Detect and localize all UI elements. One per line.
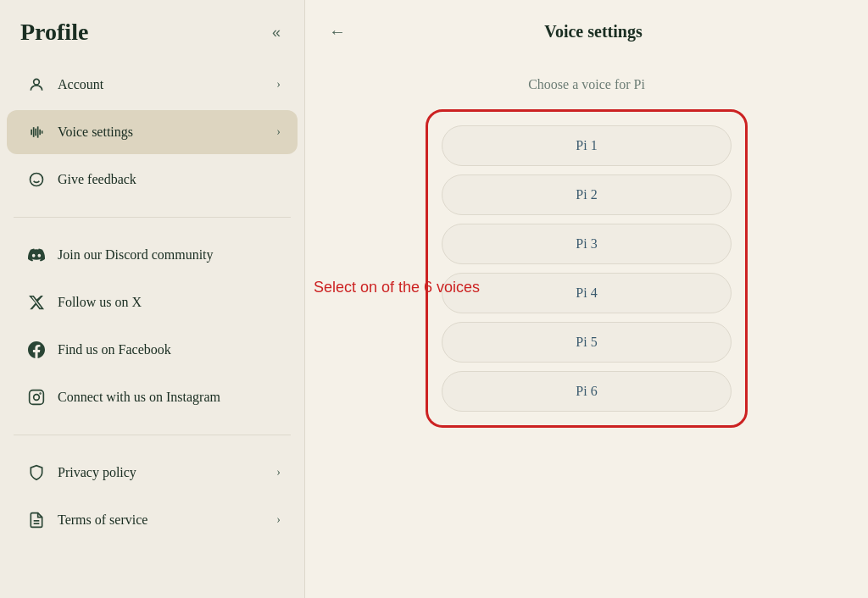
- sidebar-header: Profile «: [0, 0, 304, 61]
- sidebar-facebook-label: Find us on Facebook: [58, 342, 281, 357]
- svg-point-12: [34, 395, 40, 401]
- sidebar-item-privacy[interactable]: Privacy policy ›: [7, 451, 298, 495]
- main-title: Voice settings: [370, 22, 834, 42]
- svg-point-8: [31, 174, 43, 186]
- main-content: ← Voice settings Choose a voice for Pi P…: [305, 0, 868, 598]
- voice-option-pi6[interactable]: Pi 6: [442, 371, 732, 412]
- sidebar-item-voice-settings[interactable]: Voice settings ›: [7, 110, 298, 154]
- sidebar: Profile « Account › Voice settings: [0, 0, 305, 598]
- person-icon: [27, 76, 46, 93]
- voice-selection-container: Pi 1 Pi 2 Pi 3 Pi 4 Pi 5 Pi 6: [426, 109, 748, 428]
- chevron-right-icon: ›: [276, 513, 281, 527]
- voice-option-pi3[interactable]: Pi 3: [442, 224, 732, 264]
- document-icon: [27, 512, 46, 529]
- sidebar-item-facebook[interactable]: Find us on Facebook: [7, 328, 298, 372]
- sidebar-voice-settings-label: Voice settings: [58, 125, 264, 140]
- main-header: ← Voice settings: [305, 0, 868, 60]
- facebook-icon: [27, 341, 46, 358]
- sidebar-item-discord[interactable]: Join our Discord community: [7, 233, 298, 277]
- svg-point-13: [40, 393, 41, 394]
- sidebar-item-give-feedback[interactable]: Give feedback: [7, 158, 298, 202]
- voice-option-pi1[interactable]: Pi 1: [442, 125, 732, 166]
- sidebar-twitter-label: Follow us on X: [58, 295, 281, 310]
- sidebar-item-terms[interactable]: Terms of service ›: [7, 498, 298, 542]
- voice-option-pi4[interactable]: Pi 4: [442, 273, 732, 313]
- chevron-right-icon: ›: [276, 125, 281, 139]
- sidebar-privacy-label: Privacy policy: [58, 465, 264, 480]
- sidebar-terms-label: Terms of service: [58, 512, 264, 528]
- instagram-icon: [27, 389, 46, 406]
- sidebar-discord-label: Join our Discord community: [58, 247, 281, 263]
- sidebar-collapse-button[interactable]: «: [265, 20, 287, 45]
- voice-subtitle: Choose a voice for Pi: [528, 77, 645, 92]
- sidebar-give-feedback-label: Give feedback: [58, 172, 281, 187]
- sidebar-account-label: Account: [58, 77, 264, 92]
- sidebar-item-account[interactable]: Account ›: [7, 63, 298, 107]
- sidebar-title: Profile: [20, 19, 88, 46]
- annotation-text: Select on of the 6 voices: [314, 279, 480, 296]
- voice-option-pi5[interactable]: Pi 5: [442, 322, 732, 363]
- sidebar-instagram-label: Connect with us on Instagram: [58, 390, 281, 405]
- chevron-right-icon: ›: [276, 466, 281, 479]
- sidebar-item-instagram[interactable]: Connect with us on Instagram: [7, 375, 298, 419]
- chevron-right-icon: ›: [276, 78, 281, 91]
- sidebar-item-twitter[interactable]: Follow us on X: [7, 280, 298, 324]
- back-button[interactable]: ←: [322, 19, 353, 45]
- discord-icon: [27, 246, 46, 263]
- svg-point-0: [34, 79, 40, 85]
- waveform-icon: [27, 124, 46, 141]
- smiley-icon: [27, 171, 46, 188]
- shield-icon: [27, 464, 46, 481]
- voice-option-pi2[interactable]: Pi 2: [442, 174, 732, 215]
- svg-rect-11: [30, 390, 44, 405]
- main-body: Choose a voice for Pi Pi 1 Pi 2 Pi 3 Pi …: [305, 60, 868, 598]
- x-icon: [27, 294, 46, 311]
